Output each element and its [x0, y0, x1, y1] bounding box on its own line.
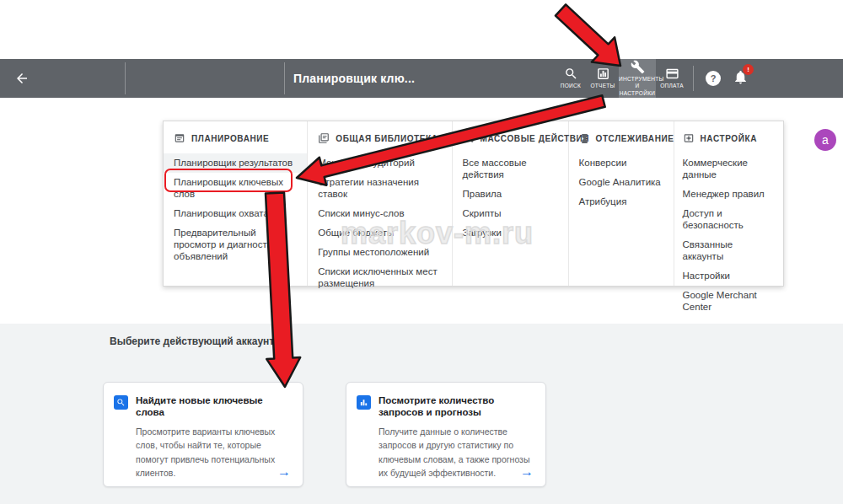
- menu-item-ad-preview[interactable]: Предварительный просмотр и диагностика о…: [164, 223, 307, 266]
- menu-item-bid-strategies[interactable]: Стратегии назначения ставок: [308, 173, 451, 204]
- notifications-button[interactable]: !: [733, 69, 749, 88]
- tools-and-settings-button[interactable]: ИНСТРУМЕНТЫ И НАСТРОЙКИ: [619, 59, 656, 98]
- menu-column-setup: НАСТРОЙКА Коммерческие данные Менеджер п…: [674, 121, 783, 286]
- keyword-search-icon: [114, 395, 128, 410]
- menu-item-preferences[interactable]: Настройки: [673, 266, 783, 286]
- forward-arrow-icon[interactable]: →: [277, 464, 291, 480]
- settings-gear-icon: [683, 132, 695, 144]
- card-description: Просмотрите варианты ключевых слов, чтоб…: [136, 425, 293, 480]
- menu-item-business-data[interactable]: Коммерческие данные: [673, 153, 783, 185]
- search-button-label: ПОИСК: [561, 83, 581, 89]
- menu-item-rules[interactable]: Правила: [453, 185, 568, 204]
- section-label: Выберите действующий аккаунт: [110, 335, 274, 347]
- menu-item-policy-manager[interactable]: Менеджер правил: [673, 185, 783, 204]
- tools-settings-menu: ПЛАНИРОВАНИЕ Планировщик результатов Пла…: [163, 121, 784, 287]
- topbar-divider: [693, 66, 694, 91]
- menu-item-performance-planner[interactable]: Планировщик результатов: [164, 153, 307, 173]
- card-title: Посмотрите количество запросов и прогноз…: [379, 394, 535, 418]
- discover-keywords-card[interactable]: Найдите новые ключевые слова Просмотрите…: [103, 382, 303, 487]
- annotation-arrow-to-tools-button: [556, 4, 620, 66]
- card-description: Получите данные о количестве запросов и …: [379, 425, 535, 480]
- menu-item-linked-accounts[interactable]: Связанные аккаунты: [673, 235, 783, 266]
- planning-calendar-icon: [174, 132, 185, 144]
- topbar-divider: [284, 62, 285, 94]
- menu-column-shared-library: ОБЩАЯ БИБЛИОТЕКА Менеджер аудиторий Стра…: [308, 121, 452, 286]
- notification-badge: !: [743, 64, 754, 75]
- menu-item-placement-exclusion-lists[interactable]: Списки исключенных мест размещения: [308, 262, 451, 293]
- card-header: Найдите новые ключевые слова: [114, 394, 293, 418]
- topbar-divider: [125, 62, 126, 94]
- search-volume-forecasts-card[interactable]: Посмотрите количество запросов и прогноз…: [346, 382, 546, 487]
- menu-item-location-groups[interactable]: Группы местоположений: [308, 243, 451, 262]
- menu-item-reach-planner[interactable]: Планировщик охвата: [164, 204, 307, 223]
- menu-item-keyword-planner[interactable]: Планировщик ключевых слов: [164, 173, 307, 204]
- account-avatar[interactable]: a: [814, 129, 836, 151]
- forward-arrow-icon[interactable]: →: [520, 464, 534, 480]
- bar-chart-icon: [357, 395, 371, 410]
- menu-item-conversions[interactable]: Конверсии: [569, 153, 674, 173]
- menu-item-shared-budgets[interactable]: Общие бюджеты: [308, 223, 451, 243]
- reports-button-label: ОТЧЕТЫ: [590, 83, 615, 89]
- bulk-actions-icon: [463, 132, 475, 144]
- menu-item-access-security[interactable]: Доступ и безопасность: [673, 204, 783, 235]
- topbar-nav: ПОИСК ОТЧЕТЫ ИНСТРУМЕНТЫ И НАСТРОЙКИ ОПЛ…: [555, 59, 754, 98]
- billing-card-icon: [665, 67, 679, 81]
- wrench-icon: [631, 60, 645, 74]
- menu-item-uploads[interactable]: Загрузки: [453, 223, 568, 243]
- page-title: Планировщик клю...: [293, 59, 415, 98]
- back-arrow-icon: [14, 71, 30, 86]
- menu-item-negative-keyword-lists[interactable]: Списки минус-слов: [308, 204, 451, 223]
- menu-column-measurement: ОТСЛЕЖИВАНИЕ Конверсии Google Аналитика …: [569, 121, 674, 286]
- google-ads-page: Планировщик клю... ПОИСК ОТЧЕТЫ ИНСТРУМЕ…: [0, 0, 843, 504]
- menu-item-google-analytics[interactable]: Google Аналитика: [569, 173, 674, 192]
- reports-icon: [596, 67, 610, 81]
- tools-button-label: ИНСТРУМЕНТЫ И НАСТРОЙКИ: [619, 76, 656, 97]
- search-button[interactable]: ПОИСК: [555, 59, 587, 98]
- menu-column-planning: ПЛАНИРОВАНИЕ Планировщик результатов Пла…: [164, 121, 308, 286]
- billing-button-label: ОПЛАТА: [660, 83, 684, 89]
- menu-item-audience-manager[interactable]: Менеджер аудиторий: [308, 153, 451, 173]
- menu-column-planning-header: ПЛАНИРОВАНИЕ: [174, 131, 297, 145]
- top-app-bar: Планировщик клю... ПОИСК ОТЧЕТЫ ИНСТРУМЕ…: [0, 59, 843, 98]
- library-icon: [318, 132, 330, 144]
- hourglass-icon: [579, 133, 590, 144]
- billing-button[interactable]: ОПЛАТА: [656, 59, 688, 98]
- search-icon: [564, 67, 578, 81]
- menu-column-shared-library-header: ОБЩАЯ БИБЛИОТЕКА: [318, 131, 441, 145]
- menu-column-setup-header: НАСТРОЙКА: [683, 131, 773, 145]
- menu-item-scripts[interactable]: Скрипты: [453, 204, 568, 223]
- card-title: Найдите новые ключевые слова: [136, 394, 293, 418]
- menu-column-measurement-header: ОТСЛЕЖИВАНИЕ: [579, 131, 663, 145]
- menu-item-all-bulk-actions[interactable]: Все массовые действия: [453, 153, 568, 185]
- menu-item-google-merchant-center[interactable]: Google Merchant Center: [673, 286, 783, 317]
- card-header: Посмотрите количество запросов и прогноз…: [357, 394, 535, 418]
- reports-button[interactable]: ОТЧЕТЫ: [587, 59, 619, 98]
- back-button[interactable]: [8, 59, 35, 98]
- help-button[interactable]: ?: [706, 71, 721, 86]
- menu-column-bulk-actions-header: МАССОВЫЕ ДЕЙСТВИЯ: [463, 131, 558, 145]
- menu-item-attribution[interactable]: Атрибуция: [569, 192, 674, 212]
- menu-column-bulk-actions: МАССОВЫЕ ДЕЙСТВИЯ Все массовые действия …: [453, 121, 569, 286]
